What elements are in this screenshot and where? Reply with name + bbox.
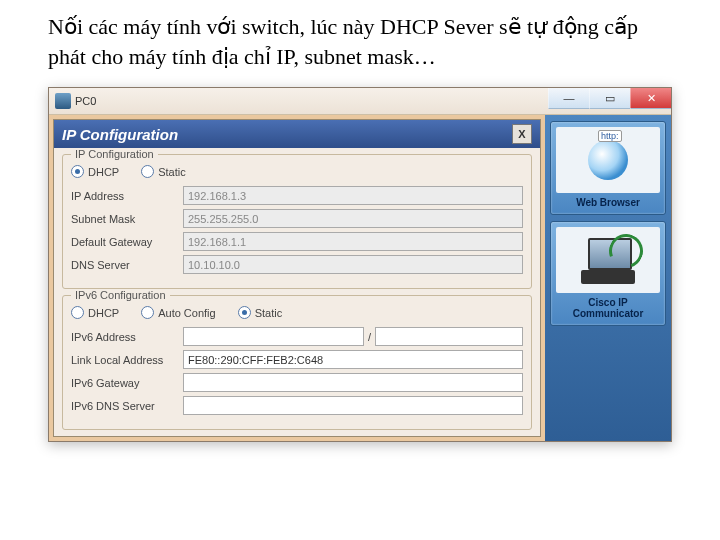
minimize-button[interactable]: —: [548, 88, 589, 109]
page-caption: Nối các máy tính với switch, lúc này DHC…: [0, 0, 720, 79]
maximize-button[interactable]: ▭: [589, 88, 630, 109]
dns-server-input[interactable]: [183, 255, 523, 274]
window-title: PC0: [75, 95, 96, 107]
ipv6-prefix-input[interactable]: [375, 327, 523, 346]
radio-ipv6-static-label: Static: [255, 307, 283, 319]
radio-static-label: Static: [158, 166, 186, 178]
dialog-close-button[interactable]: X: [512, 124, 532, 144]
close-button[interactable]: ✕: [630, 88, 671, 109]
app-web-browser[interactable]: Web Browser: [550, 121, 666, 215]
default-gateway-input[interactable]: [183, 232, 523, 251]
radio-dot-icon: [71, 306, 84, 319]
radio-ipv6-dhcp[interactable]: DHCP: [71, 306, 119, 319]
radio-ipv6-auto-label: Auto Config: [158, 307, 215, 319]
ipv6-dns-label: IPv6 DNS Server: [71, 400, 183, 412]
app-web-browser-label: Web Browser: [556, 197, 660, 209]
dialog-title: IP Configuration: [62, 126, 178, 143]
radio-ipv6-dhcp-label: DHCP: [88, 307, 119, 319]
radio-dot-icon: [238, 306, 251, 319]
ipv6-address-label: IPv6 Address: [71, 331, 183, 343]
ipv4-heading: IP Configuration: [71, 148, 158, 160]
radio-ipv6-static[interactable]: Static: [238, 306, 283, 319]
globe-icon: [556, 127, 660, 193]
link-local-input[interactable]: [183, 350, 523, 369]
ipv6-heading: IPv6 Configuration: [71, 289, 170, 301]
radio-dhcp[interactable]: DHCP: [71, 165, 119, 178]
ipv6-gateway-label: IPv6 Gateway: [71, 377, 183, 389]
ip-phone-icon: [556, 227, 660, 293]
ipv4-fieldset: IP Configuration DHCP Static IP Address: [62, 154, 532, 289]
prefix-slash: /: [368, 331, 371, 343]
ip-config-dialog: IP Configuration X IP Configuration DHCP…: [53, 119, 541, 437]
ipv6-gateway-input[interactable]: [183, 373, 523, 392]
app-cisco-ip-communicator[interactable]: Cisco IP Communicator: [550, 221, 666, 326]
subnet-mask-label: Subnet Mask: [71, 213, 183, 225]
radio-dot-icon: [71, 165, 84, 178]
radio-static[interactable]: Static: [141, 165, 186, 178]
left-pane: IP Configuration X IP Configuration DHCP…: [49, 115, 545, 441]
subnet-mask-input[interactable]: [183, 209, 523, 228]
radio-dhcp-label: DHCP: [88, 166, 119, 178]
dialog-header: IP Configuration X: [54, 120, 540, 148]
radio-dot-icon: [141, 165, 154, 178]
ipv6-dns-input[interactable]: [183, 396, 523, 415]
ip-address-input[interactable]: [183, 186, 523, 205]
apps-sidebar: Web Browser Cisco IP Communicator: [545, 115, 671, 441]
radio-dot-icon: [141, 306, 154, 319]
default-gateway-label: Default Gateway: [71, 236, 183, 248]
link-local-label: Link Local Address: [71, 354, 183, 366]
radio-ipv6-auto[interactable]: Auto Config: [141, 306, 215, 319]
ip-address-label: IP Address: [71, 190, 183, 202]
app-icon: [55, 93, 71, 109]
dns-server-label: DNS Server: [71, 259, 183, 271]
titlebar[interactable]: PC0 — ▭ ✕: [49, 88, 671, 115]
ipv6-fieldset: IPv6 Configuration DHCP Auto Config S: [62, 295, 532, 430]
app-cisco-label: Cisco IP Communicator: [556, 297, 660, 320]
pc0-window: PC0 — ▭ ✕ IP Configuration X IP Configur…: [48, 87, 672, 442]
ipv6-address-input[interactable]: [183, 327, 364, 346]
